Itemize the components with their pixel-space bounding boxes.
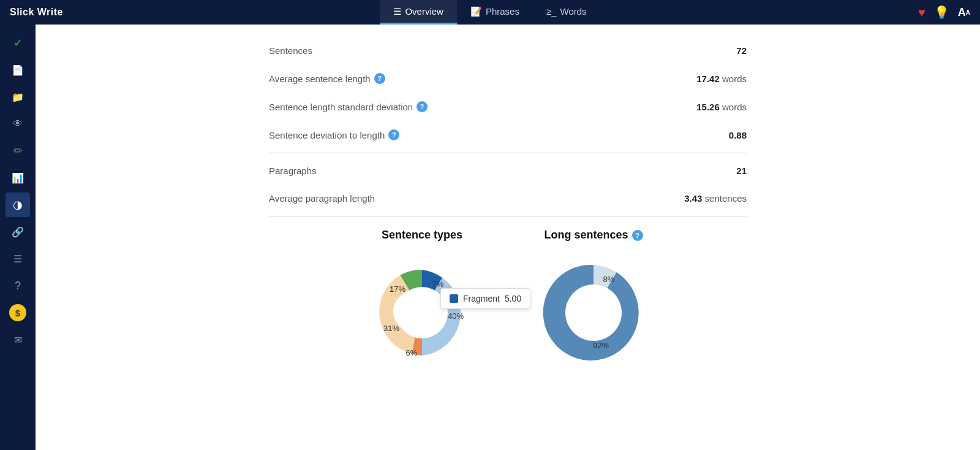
stat-row-paragraphs: Paragraphs 21	[269, 157, 747, 185]
sidebar-item-mail[interactable]: ✉	[6, 327, 30, 352]
sidebar-item-document[interactable]: 📄	[6, 58, 30, 82]
sidebar-item-chart-bar[interactable]: 📊	[6, 166, 30, 190]
svg-point-6	[565, 284, 622, 341]
stats-section: Sentences 72 Average sentence length ? 1…	[269, 37, 747, 374]
svg-text:92%: 92%	[593, 341, 609, 350]
fragment-tooltip: Fragment 5.00	[440, 288, 530, 309]
svg-text:6%: 6%	[406, 348, 418, 357]
stat-label-paragraphs: Paragraphs	[269, 166, 317, 176]
stat-row-sentences: Sentences 72	[269, 37, 747, 64]
divider-2	[269, 216, 747, 216]
long-sentences-title: Long sentences ?	[544, 229, 643, 242]
svg-text:31%: 31%	[383, 324, 399, 333]
help-avg-sentence-icon[interactable]: ?	[374, 73, 385, 84]
stat-row-avg-para: Average paragraph length 3.43 sentences	[269, 185, 747, 212]
sidebar-item-folder[interactable]: 📁	[6, 85, 30, 109]
sidebar-item-pie[interactable]: ◑	[6, 193, 30, 217]
brand-logo: Slick Write	[10, 7, 63, 18]
svg-text:40%: 40%	[448, 311, 464, 321]
phrases-icon: 📝	[470, 6, 482, 17]
layout: ✓ 📄 📁 👁 ✏ 📊 ◑ 🔗 ☰ ? $ ✉ Sentences 72 Ave…	[0, 25, 980, 450]
tab-overview[interactable]: ☰ Overview	[380, 0, 457, 25]
overview-icon: ☰	[393, 6, 401, 17]
help-dev-to-len-icon[interactable]: ?	[388, 129, 399, 140]
stat-label-std-dev: Sentence length standard deviation ?	[269, 101, 428, 112]
stat-value-avg-para: 3.43 sentences	[684, 193, 747, 204]
tab-words[interactable]: ≥_ Words	[533, 0, 600, 25]
top-nav: Slick Write ☰ Overview 📝 Phrases ≥_ Word…	[0, 0, 980, 25]
sidebar: ✓ 📄 📁 👁 ✏ 📊 ◑ 🔗 ☰ ? $ ✉	[0, 25, 36, 450]
sentence-types-donut: 7% 40% 6% 31% 17% Fragment 5.00	[361, 251, 483, 374]
tooltip-label: Fragment	[463, 294, 500, 303]
stat-label-avg-sentence: Average sentence length ?	[269, 73, 385, 84]
stat-label-avg-para: Average paragraph length	[269, 193, 375, 204]
stat-value-paragraphs: 21	[736, 166, 747, 176]
sidebar-item-question[interactable]: ?	[6, 273, 30, 298]
top-right-icons: ♥ 💡 AA	[918, 5, 970, 20]
heart-icon[interactable]: ♥	[918, 6, 925, 20]
svg-text:8%: 8%	[603, 275, 615, 284]
long-sentences-donut: 8% 92%	[532, 251, 655, 374]
help-long-sentences-icon[interactable]: ?	[632, 230, 643, 241]
nav-tabs: ☰ Overview 📝 Phrases ≥_ Words	[380, 0, 600, 25]
charts-section: Sentence types	[269, 229, 747, 374]
sentence-types-chart: Sentence types	[361, 229, 483, 374]
sidebar-item-check[interactable]: ✓	[6, 31, 30, 55]
words-icon: ≥_	[546, 6, 557, 17]
main-content: Sentences 72 Average sentence length ? 1…	[36, 25, 980, 450]
svg-text:17%: 17%	[390, 284, 405, 294]
font-size-icon[interactable]: AA	[958, 6, 970, 19]
long-sentences-chart: Long sentences ? 8%	[532, 229, 655, 374]
sidebar-item-eye[interactable]: 👁	[6, 112, 30, 136]
svg-text:7%: 7%	[432, 280, 444, 289]
stat-value-avg-sentence: 17.42 words	[696, 74, 747, 84]
tooltip-value: 5.00	[505, 294, 521, 303]
sentence-types-title: Sentence types	[382, 229, 462, 242]
stat-label-sentences: Sentences	[269, 45, 312, 56]
sidebar-item-pencil[interactable]: ✏	[6, 139, 30, 163]
sidebar-item-dollar[interactable]: $	[6, 300, 30, 325]
stat-value-std-dev: 15.26 words	[696, 102, 747, 112]
stat-row-dev-to-len: Sentence deviation to length ? 0.88	[269, 121, 747, 149]
divider-1	[269, 153, 747, 153]
stat-value-dev-to-len: 0.88	[729, 130, 747, 140]
tab-phrases[interactable]: 📝 Phrases	[457, 0, 533, 25]
bulb-icon[interactable]: 💡	[934, 5, 949, 20]
stat-value-sentences: 72	[736, 45, 747, 56]
stat-label-dev-to-len: Sentence deviation to length ?	[269, 129, 399, 140]
help-std-dev-icon[interactable]: ?	[417, 101, 428, 112]
sidebar-item-link[interactable]: 🔗	[6, 219, 30, 244]
stat-row-avg-sentence: Average sentence length ? 17.42 words	[269, 64, 747, 93]
tooltip-swatch	[450, 294, 458, 303]
stat-row-std-dev: Sentence length standard deviation ? 15.…	[269, 93, 747, 121]
sidebar-item-lines[interactable]: ☰	[6, 246, 30, 271]
